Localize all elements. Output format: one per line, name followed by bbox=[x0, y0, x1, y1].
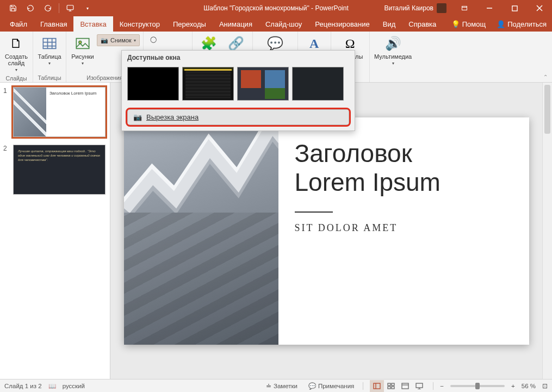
svg-rect-2 bbox=[512, 5, 517, 10]
start-from-beginning-button[interactable] bbox=[63, 1, 78, 15]
group-media: 🔊 Мультимедиа ▾ bbox=[370, 32, 417, 82]
zoom-in-button[interactable]: + bbox=[511, 383, 515, 389]
zoom-level[interactable]: 56 % bbox=[522, 383, 536, 389]
lightbulb-icon: 💡 bbox=[451, 20, 460, 28]
share-icon: 👤 bbox=[497, 20, 505, 28]
slide-title[interactable]: Заголовок Lorem Ipsum bbox=[295, 139, 513, 198]
slide: Заголовок Lorem Ipsum SIT DOLOR AMET bbox=[124, 117, 529, 345]
thumb-number: 2 bbox=[3, 145, 10, 195]
minimize-button[interactable] bbox=[477, 0, 502, 16]
notes-icon: ≐ bbox=[266, 382, 271, 390]
thumb-number: 1 bbox=[3, 87, 10, 137]
tab-home[interactable]: Главная bbox=[34, 16, 73, 32]
shapes-button[interactable]: ◯ bbox=[147, 33, 189, 45]
window-thumb-4[interactable] bbox=[292, 67, 344, 101]
ribbon-tabs: Файл Главная Вставка Конструктор Переход… bbox=[0, 16, 552, 32]
svg-rect-10 bbox=[392, 387, 394, 389]
slideshow-view-button[interactable] bbox=[412, 380, 426, 392]
qat-customize-button[interactable]: ▾ bbox=[80, 1, 95, 15]
status-bar: Слайд 1 из 2 📖 русский ≐Заметки 💬Примеча… bbox=[0, 379, 552, 392]
dropdown-header: Доступные окна bbox=[122, 51, 355, 65]
zoom-out-button[interactable]: − bbox=[440, 383, 444, 389]
svg-rect-1 bbox=[462, 7, 467, 10]
tab-animations[interactable]: Анимация bbox=[213, 16, 259, 32]
view-buttons bbox=[370, 380, 426, 392]
quick-access-toolbar: ▾ bbox=[0, 1, 95, 15]
screen-clipping-button[interactable]: 📷 Вырезка экрана bbox=[127, 109, 349, 125]
window-thumb-3[interactable] bbox=[237, 67, 289, 101]
reading-view-button[interactable] bbox=[398, 380, 412, 392]
svg-rect-7 bbox=[388, 383, 390, 385]
picture-icon bbox=[74, 35, 91, 52]
tab-file[interactable]: Файл bbox=[3, 16, 34, 32]
group-tables: Таблица ▾ Таблицы bbox=[33, 32, 66, 82]
slide-image bbox=[124, 117, 278, 345]
normal-view-button[interactable] bbox=[370, 380, 384, 392]
ribbon: 🗋 Создать слайд ▾ Слайды Таблица ▾ Табли… bbox=[0, 32, 552, 83]
slide-thumb-2[interactable]: Лучшая цитата, отражающая ваш подход.. "… bbox=[13, 145, 106, 195]
window-thumb-1[interactable] bbox=[127, 67, 179, 101]
maximize-button[interactable] bbox=[502, 0, 527, 16]
tell-me-input[interactable]: 💡Помощ bbox=[446, 16, 491, 32]
vertical-scrollbar[interactable] bbox=[542, 83, 552, 379]
close-button[interactable] bbox=[527, 0, 552, 16]
clip-icon: 📷 bbox=[133, 113, 142, 121]
save-button[interactable] bbox=[5, 1, 21, 15]
language-button[interactable]: русский bbox=[63, 383, 85, 389]
svg-rect-6 bbox=[374, 383, 380, 389]
new-slide-button[interactable]: 🗋 Создать слайд ▾ bbox=[3, 33, 29, 74]
spell-check-icon[interactable]: 📖 bbox=[48, 382, 56, 390]
redo-button[interactable] bbox=[40, 1, 55, 15]
comments-button[interactable]: 💬Примечания bbox=[306, 379, 356, 392]
zoom-slider[interactable] bbox=[450, 385, 505, 387]
available-windows bbox=[122, 65, 355, 106]
tab-view[interactable]: Вид bbox=[376, 16, 402, 32]
shapes-icon: ◯ bbox=[150, 36, 157, 43]
tab-design[interactable]: Конструктор bbox=[113, 16, 166, 32]
notes-button[interactable]: ≐Заметки bbox=[264, 379, 300, 392]
tab-slideshow[interactable]: Слайд-шоу bbox=[259, 16, 308, 32]
window-title: Шаблон "Городской монохромный" - PowerPo… bbox=[203, 4, 349, 12]
svg-rect-8 bbox=[392, 383, 394, 385]
tab-review[interactable]: Рецензирование bbox=[308, 16, 376, 32]
screenshot-button[interactable]: 📷 Снимок ▾ bbox=[97, 34, 140, 46]
fit-to-window-button[interactable]: ⊡ bbox=[542, 382, 548, 390]
camera-icon: 📷 bbox=[101, 37, 108, 44]
pictures-button[interactable]: Рисунки ▾ bbox=[70, 33, 96, 67]
screenshot-dropdown: Доступные окна 📷 Вырезка экрана bbox=[121, 50, 355, 131]
slide-subtitle[interactable]: SIT DOLOR AMET bbox=[295, 222, 513, 234]
slide-counter[interactable]: Слайд 1 из 2 bbox=[4, 383, 42, 389]
svg-rect-12 bbox=[416, 383, 423, 388]
tab-help[interactable]: Справка bbox=[402, 16, 443, 32]
comments-icon: 💬 bbox=[308, 382, 316, 390]
title-bar: ▾ Шаблон "Городской монохромный" - Power… bbox=[0, 0, 552, 16]
speaker-icon: 🔊 bbox=[384, 35, 402, 52]
svg-rect-0 bbox=[67, 5, 73, 10]
new-slide-icon: 🗋 bbox=[8, 35, 25, 52]
collapse-ribbon-button[interactable]: ⌃ bbox=[543, 74, 548, 80]
media-button[interactable]: 🔊 Мультимедиа ▾ bbox=[373, 33, 413, 67]
table-icon bbox=[41, 35, 58, 52]
user-name: Виталий Каиров bbox=[384, 4, 433, 12]
tab-transitions[interactable]: Переходы bbox=[166, 16, 213, 32]
slide-text-area[interactable]: Заголовок Lorem Ipsum SIT DOLOR AMET bbox=[278, 117, 529, 345]
window-thumb-2[interactable] bbox=[182, 67, 234, 101]
avatar bbox=[437, 3, 446, 13]
share-button[interactable]: 👤Поделиться bbox=[491, 16, 552, 32]
ribbon-display-button[interactable] bbox=[452, 0, 477, 16]
divider bbox=[295, 211, 333, 213]
svg-rect-4 bbox=[76, 39, 89, 49]
table-button[interactable]: Таблица ▾ bbox=[36, 33, 63, 67]
slide-thumb-1[interactable]: Заголовок Lorem Ipsum bbox=[13, 87, 106, 137]
svg-rect-11 bbox=[402, 383, 408, 389]
undo-button[interactable] bbox=[23, 1, 38, 15]
slide-thumbnails-panel: 1 Заголовок Lorem Ipsum 2 Лучшая цитата,… bbox=[0, 83, 110, 379]
user-account[interactable]: Виталий Каиров bbox=[379, 3, 452, 13]
svg-rect-3 bbox=[43, 39, 55, 49]
group-slides: 🗋 Создать слайд ▾ Слайды bbox=[0, 32, 33, 82]
sorter-view-button[interactable] bbox=[384, 380, 398, 392]
tab-insert[interactable]: Вставка bbox=[73, 16, 113, 32]
svg-rect-9 bbox=[388, 387, 390, 389]
